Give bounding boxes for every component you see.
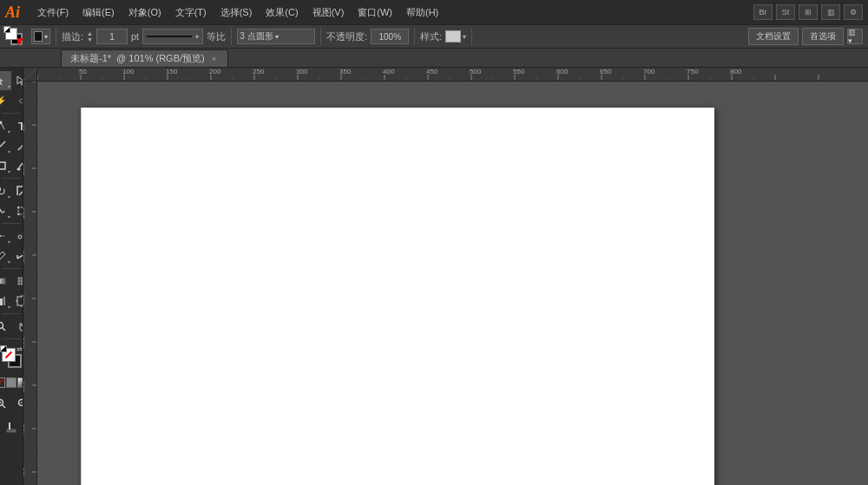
svg-text:400: 400 (383, 68, 395, 75)
lasso-tool[interactable] (11, 91, 23, 110)
zoom-out-tool[interactable] (12, 394, 24, 413)
pen-tool[interactable] (0, 116, 11, 135)
opacity-input[interactable] (371, 29, 409, 44)
svg-text:350: 350 (339, 68, 352, 75)
svg-text:700: 700 (643, 68, 655, 75)
more-options-icon[interactable]: ▥ ▾ (847, 29, 863, 44)
svg-point-0 (0, 121, 3, 124)
svg-point-11 (3, 235, 4, 237)
svg-text:200: 200 (23, 250, 26, 262)
type-tool[interactable]: T (11, 116, 23, 135)
stroke-type-select[interactable]: ▾ (31, 29, 50, 44)
blend-tool[interactable] (0, 226, 11, 246)
canvas-wrapper[interactable]: 50 100 150 200 250 300 350 400 450 500 5… (23, 68, 868, 485)
point-shape-select[interactable]: 3 点圆形 ▾ (237, 29, 315, 44)
canvas-scroll[interactable] (37, 82, 868, 485)
free-transform-tool[interactable] (11, 201, 23, 220)
gradient-color-button[interactable] (17, 377, 23, 388)
bar-chart-row (0, 292, 23, 311)
selection-tools-row (0, 71, 23, 90)
swap-colors-icon[interactable]: ⇄ (16, 345, 23, 353)
tab-close-button[interactable]: × (210, 55, 219, 63)
style-selector[interactable]: ▾ (445, 30, 466, 43)
menu-text[interactable]: 文字(T) (168, 3, 214, 23)
svg-text:250: 250 (23, 293, 26, 305)
mesh-tool[interactable] (11, 272, 23, 291)
svg-text:250: 250 (253, 68, 265, 75)
svg-text:300: 300 (23, 337, 26, 349)
svg-rect-38 (7, 429, 16, 432)
svg-rect-24 (17, 297, 23, 305)
svg-text:50: 50 (79, 68, 87, 75)
svg-rect-20 (0, 279, 5, 284)
edit-artboard-button[interactable] (1, 417, 22, 436)
bridge-icon[interactable]: Br (753, 4, 773, 20)
svg-rect-22 (0, 298, 3, 305)
menu-object[interactable]: 对象(O) (122, 3, 168, 23)
svg-text:50: 50 (23, 124, 26, 132)
bar-chart-tool[interactable] (0, 292, 11, 311)
stroke-weight-input[interactable] (96, 29, 128, 44)
document-tab[interactable]: 未标题-1* @ 101% (RGB/预览) × (61, 49, 228, 67)
svg-point-12 (18, 235, 22, 239)
zoom-tool[interactable] (0, 317, 11, 336)
magic-wand-tool[interactable] (0, 91, 11, 110)
point-shape-label: 3 点圆形 (240, 30, 273, 43)
direct-select-tool[interactable] (11, 71, 23, 90)
line-tool[interactable] (0, 136, 11, 155)
stroke-style-select[interactable]: ▾ (142, 29, 203, 44)
svg-text:500: 500 (470, 68, 482, 75)
artboard-tool[interactable] (11, 292, 23, 311)
zoom-in-tool[interactable] (0, 394, 11, 413)
preferences-button[interactable]: 首选项 (802, 28, 844, 45)
svg-text:800: 800 (730, 68, 742, 75)
weight-unit: pt (131, 31, 139, 42)
scale-tool[interactable] (11, 181, 23, 200)
svg-rect-2 (0, 162, 5, 169)
color-mode-row (0, 377, 23, 388)
gradient-row (0, 272, 23, 291)
menu-view[interactable]: 视图(V) (306, 3, 352, 23)
menu-select[interactable]: 选择(S) (214, 3, 260, 23)
no-color-button[interactable] (0, 377, 5, 388)
eyedrop-tool[interactable] (0, 246, 11, 265)
feedback-icon[interactable]: ⚙ (844, 4, 863, 20)
blend-row (0, 226, 23, 246)
fill-stroke-indicator[interactable]: ⬚ (5, 28, 24, 45)
tab-info: @ 101% (RGB/预览) (116, 52, 205, 65)
menu-edit[interactable]: 编辑(E) (76, 3, 122, 23)
hand-tool[interactable] (11, 317, 23, 336)
left-toolbar: T (0, 68, 23, 485)
svg-text:750: 750 (687, 68, 699, 75)
menu-effect[interactable]: 效果(C) (259, 3, 305, 23)
workspace-switcher[interactable]: ⊞ (799, 4, 818, 20)
svg-text:550: 550 (513, 68, 525, 75)
ruler-left: 50 100 150 200 250 300 350 400 450 500 (23, 82, 37, 485)
menu-window[interactable]: 窗口(W) (351, 3, 399, 23)
pencil-tool[interactable] (11, 136, 23, 155)
rect-tool[interactable] (0, 156, 11, 175)
symbol-spray-tool[interactable] (11, 226, 23, 246)
stock-icon[interactable]: St (776, 4, 795, 20)
measure-tool[interactable] (11, 246, 23, 265)
solid-color-button[interactable] (6, 377, 16, 388)
gradient-tool[interactable] (0, 272, 11, 291)
style-label: 样式: (420, 30, 442, 43)
select-tool[interactable] (0, 71, 11, 90)
doc-settings-button[interactable]: 文档设置 (748, 28, 799, 45)
svg-text:350: 350 (23, 380, 26, 392)
separator-1 (2, 113, 21, 114)
warp-tool[interactable] (0, 201, 11, 220)
stroke-weight-spinner[interactable]: ▲ ▼ (87, 29, 93, 44)
default-colors-icon[interactable] (0, 345, 7, 352)
svg-point-3 (17, 168, 21, 171)
separator-6 (2, 338, 21, 339)
menu-file[interactable]: 文件(F) (30, 3, 76, 23)
svg-text:600: 600 (556, 68, 569, 75)
svg-text:200: 200 (209, 68, 221, 75)
rotate-tool[interactable] (0, 181, 11, 200)
arrange-panels[interactable]: ▥ (821, 4, 840, 20)
artboard[interactable] (81, 108, 714, 485)
brush-tool[interactable] (11, 156, 23, 175)
menu-help[interactable]: 帮助(H) (399, 3, 445, 23)
